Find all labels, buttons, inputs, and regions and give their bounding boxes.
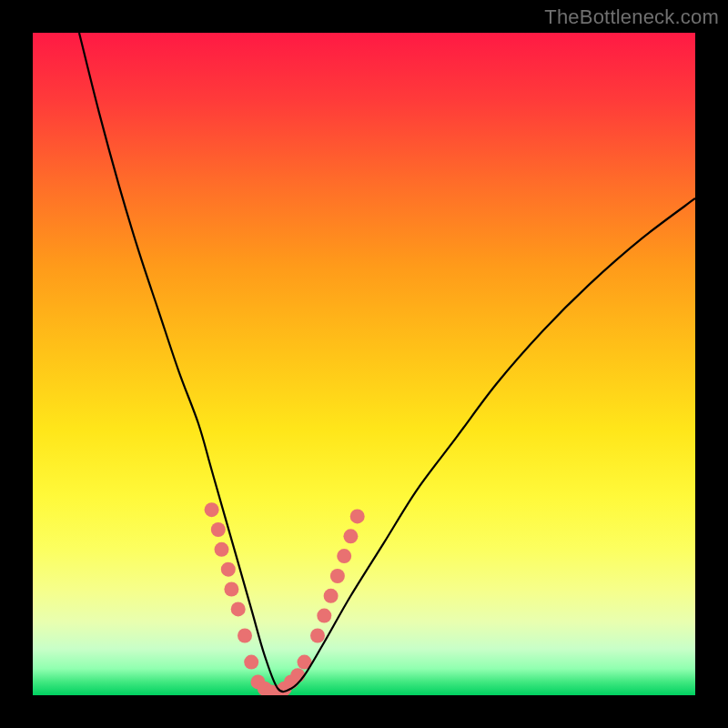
watermark-text: TheBottleneck.com: [544, 5, 719, 29]
highlight-dot: [211, 522, 226, 537]
highlight-dot: [337, 549, 351, 563]
highlight-dot: [205, 502, 219, 517]
highlight-dot: [215, 542, 229, 557]
curve-layer: [33, 33, 695, 695]
highlight-dot: [317, 609, 331, 623]
highlight-dot: [310, 629, 325, 643]
bottleneck-curve: [79, 33, 695, 692]
highlight-dot: [238, 629, 252, 643]
highlight-dot: [231, 602, 246, 616]
highlight-dot: [244, 655, 258, 670]
plot-area: [33, 33, 695, 695]
highlight-dot: [324, 589, 339, 603]
chart-frame: TheBottleneck.com: [0, 0, 728, 728]
highlight-dot: [350, 509, 365, 523]
highlight-dot: [343, 529, 358, 543]
highlight-dot: [221, 562, 236, 577]
highlight-dot: [224, 582, 238, 597]
highlight-dot: [330, 569, 345, 583]
highlight-dot: [290, 668, 305, 682]
